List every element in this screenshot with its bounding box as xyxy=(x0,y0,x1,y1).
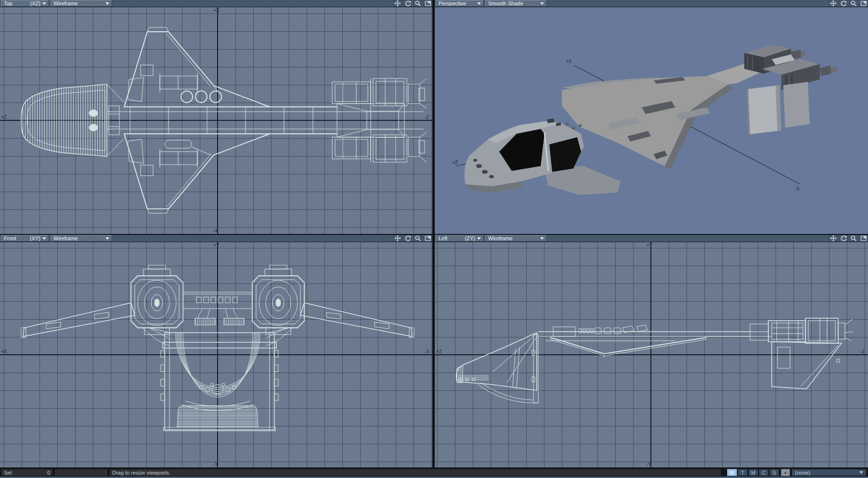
svg-text:-X: -X xyxy=(213,228,218,233)
status-bar: Sel: 0 Drag to resize viewports. W T M C… xyxy=(0,467,868,478)
left-viewport-canvas[interactable]: +Y -Y +Z -Z xyxy=(435,242,868,467)
vertex-map-color-button[interactable]: C xyxy=(759,469,769,476)
vertex-map-select-value: (none) xyxy=(795,470,810,476)
zoom-icon[interactable] xyxy=(414,235,422,242)
rotate-icon[interactable] xyxy=(403,0,412,7)
svg-text:+Y: +Y xyxy=(647,243,653,248)
render-mode-select-perspective[interactable]: Smooth Shade xyxy=(485,0,547,7)
view-type-label: Front xyxy=(4,235,16,241)
svg-text:+Z: +Z xyxy=(452,160,458,165)
viewport-perspective: Perspective Smooth Shade +X -X +Z xyxy=(435,0,868,234)
view-type-select-top[interactable]: Top (XZ) xyxy=(1,0,49,7)
svg-text:+X: +X xyxy=(566,59,572,64)
zoom-icon[interactable] xyxy=(414,0,422,7)
render-mode-label: Wireframe xyxy=(488,235,513,241)
chevron-down-icon xyxy=(105,2,109,5)
view-type-label: Left xyxy=(439,235,447,241)
render-mode-select-top[interactable]: Wireframe xyxy=(51,0,112,7)
maximize-pane-icon[interactable] xyxy=(424,0,432,7)
view-axis-code: (XZ) xyxy=(30,0,40,6)
maximize-pane-icon[interactable] xyxy=(424,235,432,242)
status-hint-text: Drag to resize viewports. xyxy=(112,470,170,476)
view-axis-code: (ZY) xyxy=(465,235,475,241)
selection-count-box: Sel: 0 xyxy=(1,469,53,476)
chevron-down-icon xyxy=(540,237,544,240)
svg-text:+Z: +Z xyxy=(1,115,7,120)
render-mode-label: Wireframe xyxy=(53,0,78,6)
top-viewport-canvas[interactable]: +X -X +Z -Z xyxy=(0,7,432,234)
rotate-icon[interactable] xyxy=(403,235,412,242)
pan-icon[interactable] xyxy=(393,235,402,242)
front-view-wireframe: +Y -Y +X -X xyxy=(0,242,432,467)
svg-text:+X: +X xyxy=(1,349,7,354)
pan-icon[interactable] xyxy=(829,0,837,7)
chevron-down-icon xyxy=(42,2,46,5)
perspective-viewport-canvas[interactable]: +X -X +Z xyxy=(435,7,868,234)
rotate-icon[interactable] xyxy=(839,0,847,7)
render-mode-label: Wireframe xyxy=(53,235,78,241)
viewport-left: Left (ZY) Wireframe +Y -Y xyxy=(435,235,868,467)
vertex-map-select[interactable]: (none) xyxy=(791,469,867,476)
svg-text:+Y: +Y xyxy=(213,243,220,248)
chevron-down-icon xyxy=(105,237,109,240)
view-type-select-perspective[interactable]: Perspective xyxy=(436,0,484,7)
viewport-top: Top (XZ) Wireframe +X - xyxy=(0,0,432,234)
render-mode-label: Smooth Shade xyxy=(488,0,523,6)
chevron-down-icon xyxy=(859,471,863,474)
svg-text:-X: -X xyxy=(795,186,800,192)
svg-text:-Y: -Y xyxy=(213,462,218,467)
svg-text:-Z: -Z xyxy=(425,115,429,120)
view-type-select-front[interactable]: Front (XY) xyxy=(1,235,49,242)
left-view-wireframe: +Y -Y +Z -Z xyxy=(435,242,868,467)
svg-text:-X: -X xyxy=(425,349,429,354)
maximize-pane-icon[interactable] xyxy=(859,235,868,242)
vertex-map-weight-button[interactable]: W xyxy=(727,469,737,476)
chevron-down-icon xyxy=(540,2,544,5)
status-hint-box: Drag to resize viewports. xyxy=(109,469,721,476)
chevron-down-icon xyxy=(42,237,46,240)
vertex-map-morph-button[interactable]: M xyxy=(748,469,758,476)
view-axis-code: (XY) xyxy=(30,235,40,241)
viewport-front: Front (XY) Wireframe +Y xyxy=(0,235,432,467)
zoom-icon[interactable] xyxy=(849,0,857,7)
pan-icon[interactable] xyxy=(829,235,837,242)
pan-icon[interactable] xyxy=(393,0,402,7)
render-mode-select-front[interactable]: Wireframe xyxy=(51,235,112,242)
svg-text:+X: +X xyxy=(213,8,220,13)
add-vertex-map-button[interactable]: + xyxy=(781,469,790,476)
status-empty-box xyxy=(54,469,108,476)
maximize-pane-icon[interactable] xyxy=(859,0,868,7)
selection-count-label: Sel: xyxy=(4,470,13,476)
chevron-down-icon xyxy=(477,2,481,5)
svg-text:-Z: -Z xyxy=(860,349,865,354)
perspective-shaded-model: +X -X +Z xyxy=(435,7,868,234)
view-type-label: Perspective xyxy=(439,0,466,6)
vertex-map-texture-button[interactable]: T xyxy=(738,469,748,476)
modeler-window: Top (XZ) Wireframe +X - xyxy=(0,0,868,478)
front-viewport-canvas[interactable]: +Y -Y +X -X xyxy=(0,242,432,467)
rotate-icon[interactable] xyxy=(839,235,847,242)
selection-count-value: 0 xyxy=(47,470,50,476)
viewport-left-header: Left (ZY) Wireframe xyxy=(435,235,868,242)
view-type-label: Top xyxy=(4,0,13,6)
top-view-wireframe: +X -X +Z -Z xyxy=(0,7,432,234)
svg-text:-Y: -Y xyxy=(647,462,651,467)
chevron-down-icon xyxy=(477,237,481,240)
render-mode-select-left[interactable]: Wireframe xyxy=(485,235,547,242)
zoom-icon[interactable] xyxy=(849,235,857,242)
viewport-perspective-header: Perspective Smooth Shade xyxy=(435,0,868,7)
viewport-top-header: Top (XZ) Wireframe xyxy=(0,0,432,7)
vertex-map-selection-button[interactable]: S xyxy=(769,469,779,476)
svg-text:+Z: +Z xyxy=(436,349,442,354)
viewport-front-header: Front (XY) Wireframe xyxy=(0,235,432,242)
view-type-select-left[interactable]: Left (ZY) xyxy=(436,235,484,242)
